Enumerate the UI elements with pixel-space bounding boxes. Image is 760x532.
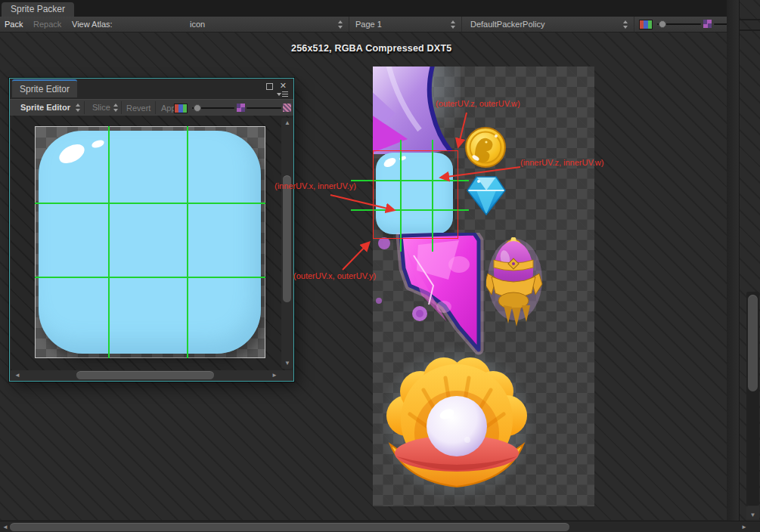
slider-knob[interactable]	[194, 104, 201, 112]
scroll-right-icon[interactable]: ►	[271, 372, 278, 379]
right-panel-divider	[727, 0, 740, 532]
mip-level-icon	[703, 20, 712, 28]
scroll-left-icon[interactable]: ◄	[2, 524, 8, 531]
slice-guide-vertical-left[interactable]	[108, 126, 110, 358]
revert-button[interactable]: Revert	[123, 100, 154, 116]
mip-level-icon	[237, 104, 245, 112]
tab-sprite-editor-label: Sprite Editor	[20, 84, 70, 94]
slider-track	[247, 107, 281, 109]
slice-label: Slice	[86, 103, 110, 112]
right-panel: ▼	[740, 0, 760, 532]
editor-horizontal-scrollbar[interactable]: ◄ ►	[14, 370, 279, 380]
main-hscroll-thumb[interactable]	[10, 523, 569, 531]
page-select-dropdown[interactable]: Page 1	[349, 17, 462, 32]
atlas-select-value: icon	[184, 17, 205, 32]
window-menu-icon[interactable]	[277, 91, 288, 97]
page-select-value: Page 1	[349, 17, 382, 32]
dropdown-arrows-icon	[451, 20, 456, 29]
policy-select-dropdown[interactable]: DefaultPackerPolicy	[462, 17, 634, 32]
atlas-format-header: 256x512, RGBA Compressed DXT5	[291, 43, 451, 54]
rgb-channels-icon[interactable]	[639, 20, 653, 29]
main-vertical-scrollbar[interactable]	[746, 292, 759, 506]
policy-select-value: DefaultPackerPolicy	[462, 17, 544, 32]
sprite-packer-toolbar: Pack Repack View Atlas: icon Page 1 Defa…	[0, 17, 727, 32]
maximize-icon[interactable]	[266, 83, 273, 90]
main-vscroll-down-button[interactable]: ▼	[746, 506, 759, 519]
main-vscroll-thumb[interactable]	[748, 295, 758, 391]
scroll-up-icon[interactable]: ▲	[284, 119, 290, 127]
editor-mode-dropdown[interactable]: Sprite Editor	[13, 100, 82, 116]
sprite-editor-window: Sprite Editor ✕ Sprite Editor Slice Reve…	[9, 78, 294, 382]
editor-vertical-scrollbar[interactable]: ▲ ▼	[281, 118, 293, 369]
slice-guide-horizontal-bottom[interactable]	[35, 277, 265, 278]
toolbar-separator	[121, 101, 122, 114]
unity-editor-screenshot: { "app": { "tab_title": "Sprite Packer" …	[0, 0, 760, 532]
blue-diamond-sprite	[461, 171, 511, 221]
gold-coin-sprite	[463, 124, 508, 169]
pack-button[interactable]: Pack	[2, 17, 26, 32]
alpha-slider[interactable]	[657, 20, 701, 29]
editor-mode-value: Sprite Editor	[13, 103, 70, 112]
dropdown-arrows-icon	[76, 104, 81, 112]
scroll-down-icon[interactable]: ▼	[284, 360, 290, 367]
rgb-channels-icon[interactable]	[174, 104, 188, 113]
editor-vscroll-thumb[interactable]	[283, 175, 291, 302]
toolbar-separator	[84, 101, 85, 114]
right-panel-toolbar-edge	[740, 19, 760, 31]
dropdown-arrows-icon	[113, 104, 119, 112]
sliced-square-sprite	[376, 153, 453, 234]
scroll-left-icon[interactable]: ◄	[14, 372, 20, 379]
scroll-down-icon: ▼	[750, 512, 756, 518]
filter-icon[interactable]	[283, 104, 291, 112]
pearl-shell-sprite	[374, 339, 540, 501]
mip-slider[interactable]	[714, 20, 727, 29]
scroll-right-icon[interactable]: ►	[741, 524, 747, 531]
atlas-texture	[373, 66, 594, 506]
sprite-editor-titlebar[interactable]: Sprite Editor ✕	[10, 79, 293, 99]
atlas-checkerboard	[373, 66, 594, 506]
editor-hscroll-thumb[interactable]	[76, 371, 214, 379]
edited-sprite[interactable]	[39, 131, 261, 354]
close-icon[interactable]: ✕	[280, 81, 287, 90]
alpha-slider[interactable]	[192, 104, 234, 113]
atlas-select-dropdown[interactable]: icon	[184, 17, 349, 32]
slice-guide-horizontal-top[interactable]	[35, 203, 265, 204]
window-tab-bar: Sprite Packer	[0, 0, 727, 17]
mip-slider[interactable]	[247, 104, 281, 113]
view-atlas-label: View Atlas:	[72, 17, 113, 32]
repack-button[interactable]: Repack	[30, 17, 64, 32]
tab-sprite-editor[interactable]: Sprite Editor	[12, 79, 77, 97]
tab-sprite-packer-label: Sprite Packer	[11, 4, 65, 14]
slice-guide-vertical-right[interactable]	[187, 126, 188, 358]
slice-dropdown[interactable]: Slice	[86, 100, 119, 116]
purple-crystal-sprite	[373, 66, 461, 154]
scrollbar-corner	[750, 521, 760, 532]
tab-sprite-packer[interactable]: Sprite Packer	[2, 2, 74, 17]
purple-egg-rocket-sprite	[486, 237, 548, 331]
sprite-editor-toolbar: Sprite Editor Slice Revert Apply	[10, 99, 293, 116]
slider-track	[714, 23, 727, 25]
dropdown-arrows-icon	[623, 20, 628, 29]
toolbar-separator	[155, 101, 156, 114]
dropdown-arrows-icon	[338, 20, 343, 29]
main-horizontal-scrollbar[interactable]: ◄ ►	[0, 521, 760, 532]
slider-knob[interactable]	[659, 20, 666, 28]
